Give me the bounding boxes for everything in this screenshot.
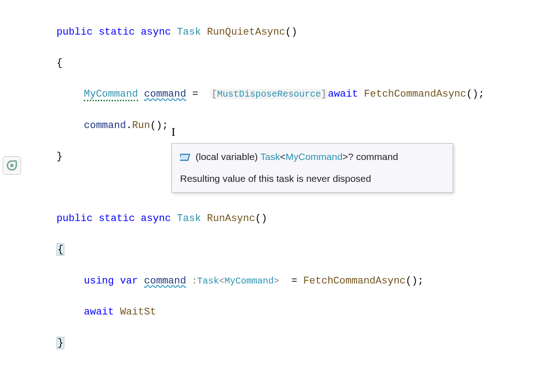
- keyword-using: using: [84, 275, 114, 287]
- keyword-static: static: [98, 213, 134, 224]
- method-runasync: RunAsync: [207, 213, 255, 224]
- keyword-public: public: [57, 26, 93, 38]
- type-mycommand: MyCommand: [84, 88, 138, 101]
- inlay-mustdispose: [MustDisposeResource]: [210, 89, 328, 99]
- type-task: Task: [177, 213, 201, 224]
- keyword-async: async: [141, 213, 171, 224]
- keyword-await: await: [84, 306, 114, 318]
- keyword-async: async: [141, 26, 171, 38]
- brace-match-close: }: [57, 337, 64, 349]
- tooltip-prefix: (local variable): [196, 151, 260, 162]
- inlay-type-hint: :Task<MyCommand>: [186, 276, 279, 286]
- type-task: Task: [177, 26, 201, 38]
- var-command-ref: command: [84, 120, 126, 131]
- hover-tooltip: (local variable) Task<MyCommand>? comman…: [171, 143, 453, 193]
- keyword-static: static: [98, 26, 134, 38]
- var-command: command: [144, 88, 186, 100]
- tooltip-type-task: Task: [260, 151, 280, 162]
- brace-match-open: {: [57, 243, 64, 256]
- method-fetchcommandasync: FetchCommandAsync: [303, 275, 405, 287]
- keyword-public: public: [57, 213, 93, 224]
- svg-point-3: [10, 164, 14, 167]
- var-command-hover[interactable]: command: [144, 275, 186, 287]
- tooltip-warning-message: Resulting value of this task is never di…: [180, 171, 444, 186]
- method-fetchcommandasync: FetchCommandAsync: [364, 88, 466, 100]
- quickfix-lightbulb-icon[interactable]: [3, 156, 21, 175]
- code-editor[interactable]: public static async Task RunQuietAsync()…: [0, 9, 485, 392]
- method-truncated: WaitSt: [120, 306, 156, 318]
- variable-icon: [180, 151, 192, 163]
- keyword-var: var: [120, 275, 138, 287]
- method-run: Run: [132, 120, 150, 131]
- tooltip-var-name: command: [353, 151, 398, 162]
- keyword-await: await: [328, 88, 358, 100]
- method-runquietasync: RunQuietAsync: [207, 26, 285, 38]
- tooltip-type-mycommand: MyCommand: [285, 151, 342, 162]
